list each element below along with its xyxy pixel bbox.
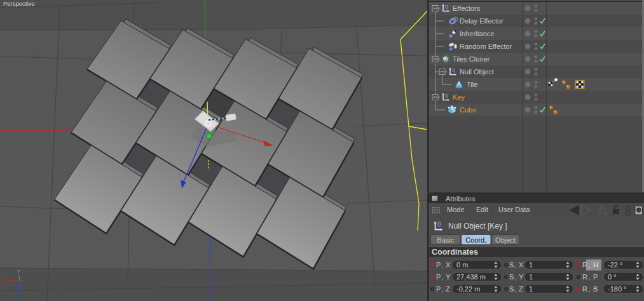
svg-text:Null Object [Key ]: Null Object [Key ] bbox=[448, 222, 507, 231]
svg-text:P: P bbox=[593, 273, 598, 281]
svg-text:Y: Y bbox=[17, 269, 21, 276]
svg-text:X: X bbox=[446, 261, 451, 269]
svg-text:Tiles Cloner: Tiles Cloner bbox=[453, 55, 490, 63]
svg-text:Null Object: Null Object bbox=[460, 68, 494, 76]
svg-text:,: , bbox=[589, 286, 591, 293]
svg-text:S: S bbox=[509, 285, 514, 293]
svg-text:R: R bbox=[582, 285, 587, 293]
svg-text:-180 °: -180 ° bbox=[608, 285, 626, 293]
svg-text:0: 0 bbox=[437, 220, 441, 228]
svg-text:27,438 m: 27,438 m bbox=[456, 273, 486, 281]
svg-text:Edit: Edit bbox=[476, 206, 488, 213]
svg-text:P: P bbox=[436, 285, 441, 293]
svg-text:S: S bbox=[509, 273, 514, 281]
svg-text:,: , bbox=[589, 274, 591, 281]
svg-text:R: R bbox=[582, 261, 587, 269]
svg-text:Perspective: Perspective bbox=[3, 0, 35, 7]
svg-text:Mode: Mode bbox=[447, 206, 465, 213]
svg-text:X: X bbox=[519, 261, 524, 269]
svg-text:Z: Z bbox=[446, 285, 450, 293]
svg-text:,: , bbox=[515, 286, 517, 293]
svg-text:H: H bbox=[593, 261, 598, 269]
svg-text:Tile: Tile bbox=[467, 81, 477, 88]
svg-text:Cube: Cube bbox=[460, 106, 476, 114]
svg-text:P: P bbox=[436, 261, 441, 269]
svg-text:0 °: 0 ° bbox=[608, 273, 617, 281]
svg-text:Y: Y bbox=[446, 273, 451, 281]
svg-text:Attributes: Attributes bbox=[446, 195, 476, 203]
svg-text:Effectors: Effectors bbox=[453, 4, 481, 12]
svg-text:,: , bbox=[515, 262, 517, 269]
svg-text:,: , bbox=[442, 262, 444, 269]
svg-text:Key: Key bbox=[453, 93, 465, 101]
svg-text:0: 0 bbox=[445, 92, 448, 99]
svg-text:S: S bbox=[509, 261, 514, 269]
svg-text:Z: Z bbox=[519, 285, 523, 293]
svg-text:1: 1 bbox=[529, 261, 533, 269]
svg-text:-0,22 m: -0,22 m bbox=[456, 285, 480, 293]
svg-text:Coord,: Coord, bbox=[465, 236, 486, 244]
svg-text:,: , bbox=[442, 286, 444, 293]
svg-text:1: 1 bbox=[529, 285, 533, 293]
svg-text:,: , bbox=[515, 274, 517, 281]
svg-text:0: 0 bbox=[452, 67, 455, 74]
svg-text:Z: Z bbox=[17, 293, 20, 300]
svg-text:Coordinates: Coordinates bbox=[432, 248, 478, 257]
svg-text:,: , bbox=[589, 262, 591, 269]
svg-text:Y: Y bbox=[519, 273, 524, 281]
svg-text:User Data: User Data bbox=[498, 206, 530, 213]
svg-text:Basic: Basic bbox=[437, 236, 454, 244]
svg-text:Random Effector: Random Effector bbox=[460, 43, 512, 50]
svg-text:Delay Effector: Delay Effector bbox=[460, 17, 504, 25]
svg-text:1: 1 bbox=[529, 273, 533, 281]
svg-text:0: 0 bbox=[445, 3, 448, 10]
svg-text:0 m: 0 m bbox=[456, 261, 468, 269]
svg-text:R: R bbox=[582, 273, 587, 281]
svg-text:B: B bbox=[593, 285, 598, 293]
svg-text:-22 °: -22 ° bbox=[608, 261, 622, 269]
svg-text:P: P bbox=[436, 273, 441, 281]
svg-text:X: X bbox=[2, 277, 6, 284]
svg-text:Object: Object bbox=[495, 236, 516, 244]
svg-text:,: , bbox=[442, 274, 444, 281]
svg-text:Inheritance: Inheritance bbox=[460, 30, 494, 37]
